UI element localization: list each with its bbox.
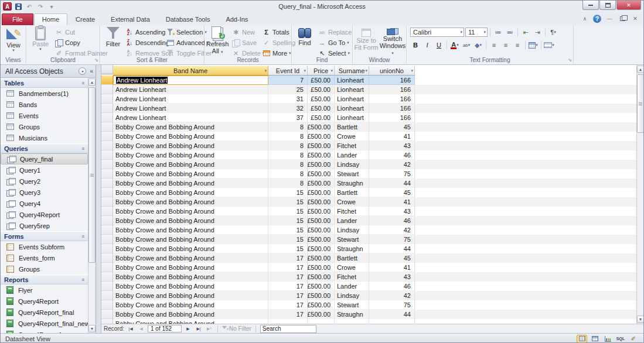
record-selector[interactable] xyxy=(101,319,113,324)
cell-price[interactable]: £500.00 xyxy=(308,253,335,263)
record-selector[interactable] xyxy=(101,85,113,94)
column-header-unionno[interactable]: unionNo▾ xyxy=(369,66,415,76)
cell-event-id[interactable]: 17 xyxy=(268,291,308,300)
column-header-surname[interactable]: Surname▾ xyxy=(335,66,369,76)
nav-item-query4[interactable]: Query4 xyxy=(1,198,88,209)
nav-item-query5rep[interactable]: Query5rep xyxy=(1,220,88,231)
cell-event-id[interactable]: 8 xyxy=(268,141,308,150)
cell-unionno[interactable]: 41 xyxy=(369,132,415,141)
record-selector[interactable] xyxy=(101,272,113,282)
cell-band-name[interactable]: Andrew Lionheart xyxy=(113,85,268,94)
cell-price[interactable]: £500.00 xyxy=(308,235,335,244)
cell-unionno[interactable]: 166 xyxy=(369,104,415,113)
cell-surname[interactable]: Lindsay xyxy=(335,160,369,169)
cell-surname[interactable]: Crowe xyxy=(335,197,369,207)
gridlines-button[interactable]: ▾ xyxy=(528,40,539,50)
cell-price[interactable]: £500.00 xyxy=(308,263,335,272)
collapse-section-icon[interactable]: « xyxy=(80,235,86,238)
cell-event-id[interactable]: 15 xyxy=(268,225,308,235)
selection-button[interactable]: ✦ Selection ▾ xyxy=(165,27,207,37)
cell-surname[interactable]: Stewart xyxy=(335,169,369,179)
cell-surname[interactable] xyxy=(335,319,369,324)
cell-band-name[interactable]: Bobby Crowe and Bobbing Around xyxy=(113,169,268,179)
filter-button[interactable]: Filter xyxy=(101,26,125,56)
record-selector[interactable] xyxy=(101,310,113,319)
nav-scrollbar[interactable]: ▲ ▼ xyxy=(88,78,96,333)
cell-event-id[interactable]: 37 xyxy=(268,113,308,122)
cell-price[interactable]: £500.00 xyxy=(308,122,335,132)
cell-price[interactable]: £500.00 xyxy=(308,272,335,282)
text-direction-button[interactable]: ¶▾ xyxy=(548,28,558,37)
font-name-combo[interactable]: Calibri▾ xyxy=(410,28,464,37)
cell-surname[interactable]: Lindsay xyxy=(335,291,369,300)
cell-band-name[interactable]: Andrew Lionheart xyxy=(113,76,268,85)
previous-record-button[interactable]: ◀ xyxy=(137,325,145,332)
background-color-button[interactable]: ◆▾ xyxy=(473,40,483,50)
cell-unionno[interactable]: 166 xyxy=(369,76,415,85)
cell-unionno[interactable]: 45 xyxy=(369,122,415,132)
nav-item-events[interactable]: Events xyxy=(1,110,88,121)
record-selector[interactable] xyxy=(101,104,113,113)
minimize-ribbon-icon[interactable]: ∧ xyxy=(580,15,590,23)
cell-unionno[interactable]: 75 xyxy=(369,235,415,244)
child-minimize-icon[interactable]: — xyxy=(605,15,614,23)
cell-price[interactable]: £500.00 xyxy=(308,179,335,188)
highlight-button[interactable]: ab▾ xyxy=(461,40,472,50)
nav-item-query-final[interactable]: Query_final xyxy=(1,153,88,164)
nav-item-query4report-final-new[interactable]: Query4Report_final_new xyxy=(1,318,88,329)
cell-price[interactable]: £500.00 xyxy=(308,132,335,141)
tab-file[interactable]: File xyxy=(2,13,33,25)
nav-item-musicians[interactable]: Musicians xyxy=(1,132,88,143)
alternate-row-color-button[interactable]: ▾ xyxy=(544,40,554,50)
record-selector[interactable] xyxy=(101,150,113,160)
nav-pane-splitter[interactable] xyxy=(96,65,101,333)
refresh-all-button[interactable]: ↻ Refresh All ▾ xyxy=(206,26,229,56)
nav-item-events-subform[interactable]: Events Subform xyxy=(1,241,88,252)
cell-price[interactable]: £500.00 xyxy=(308,160,335,169)
pivottable-view-icon[interactable] xyxy=(590,335,600,343)
cell-surname[interactable]: Bartlett xyxy=(335,253,369,263)
numbering-button[interactable]: ≕ xyxy=(505,28,515,37)
decrease-indent-button[interactable]: ⇤ xyxy=(520,28,531,37)
cell-surname[interactable]: Stewart xyxy=(335,300,369,310)
design-view-icon[interactable]: ✐ xyxy=(628,335,639,343)
nav-section-tables[interactable]: Tables« xyxy=(1,78,88,88)
cell-band-name[interactable]: Bobby Crowe and Bobbing Around xyxy=(113,235,268,244)
column-header-band-name[interactable]: Band Name▾ xyxy=(113,66,268,76)
cell-unionno[interactable]: 44 xyxy=(369,179,415,188)
cell-event-id[interactable]: 17 xyxy=(268,282,308,291)
cell-band-name[interactable]: Bobby Crowe and Bobbing Around xyxy=(113,160,268,169)
pivotchart-view-icon[interactable] xyxy=(602,335,613,343)
scroll-up-icon[interactable]: ▲ xyxy=(88,78,96,86)
cell-band-name[interactable]: Bobby Crowe and Bobbing Around xyxy=(113,282,268,291)
cell-event-id[interactable]: 8 xyxy=(268,132,308,141)
cell-unionno[interactable]: 43 xyxy=(369,141,415,150)
italic-button[interactable]: I xyxy=(422,40,432,50)
record-position-box[interactable]: 1 of 152 xyxy=(148,325,182,332)
new-record-button[interactable]: ✱ New xyxy=(230,27,255,37)
cell-event-id[interactable] xyxy=(268,319,308,324)
column-dropdown-icon[interactable]: ▾ xyxy=(365,68,367,73)
cell-price[interactable]: £500.00 xyxy=(308,216,335,225)
cell-unionno[interactable]: 166 xyxy=(369,113,415,122)
shutter-bar-close-icon[interactable]: « xyxy=(90,68,93,74)
cell-surname[interactable]: Stewart xyxy=(335,235,369,244)
last-record-button[interactable]: ▶| xyxy=(195,325,203,332)
record-selector[interactable] xyxy=(101,122,113,132)
column-header-event-id[interactable]: Event Id▾ xyxy=(268,66,308,76)
cell-surname[interactable]: Fitchet xyxy=(335,141,369,150)
nav-item-query1[interactable]: Query1 xyxy=(1,164,88,176)
cell-price[interactable]: £500.00 xyxy=(308,300,335,310)
cell-unionno[interactable]: 166 xyxy=(369,94,415,104)
tab-home[interactable]: Home xyxy=(34,13,67,25)
search-input[interactable] xyxy=(260,325,316,333)
cell-price[interactable]: £500.00 xyxy=(308,188,335,197)
cell-event-id[interactable]: 8 xyxy=(268,169,308,179)
nav-item-flyer[interactable]: Flyer xyxy=(1,284,88,296)
cell-event-id[interactable]: 8 xyxy=(268,150,308,160)
tab-external-data[interactable]: External Data xyxy=(103,14,158,25)
totals-button[interactable]: Σ Totals xyxy=(261,27,289,37)
cell-price[interactable]: £50.00 xyxy=(308,104,335,113)
cell-event-id[interactable]: 25 xyxy=(268,85,308,94)
scrollbar-thumb[interactable] xyxy=(637,74,644,133)
